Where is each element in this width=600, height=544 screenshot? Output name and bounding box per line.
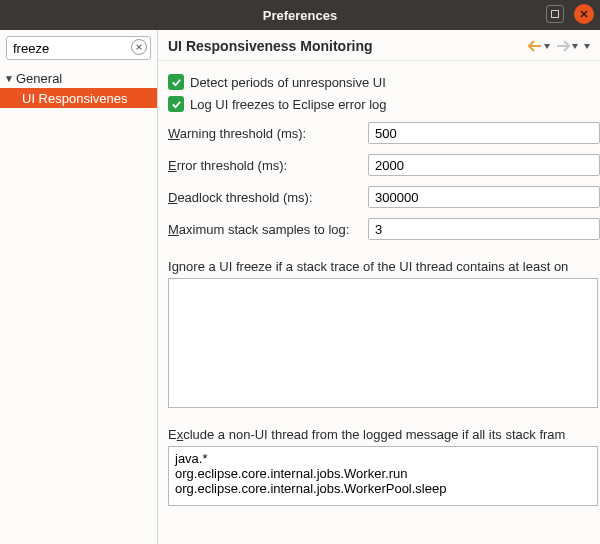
tree-item-label: General <box>16 71 62 86</box>
preferences-tree: ▼ General UI Responsivenes <box>0 66 157 108</box>
dropdown-icon <box>572 44 578 49</box>
detect-checkbox[interactable] <box>168 74 184 90</box>
dropdown-icon <box>544 44 550 49</box>
log-checkbox[interactable] <box>168 96 184 112</box>
window-titlebar: Preferences <box>0 0 600 30</box>
forward-arrow-icon <box>556 40 570 52</box>
sidebar: ▼ General UI Responsivenes <box>0 30 158 544</box>
history-nav <box>528 40 590 52</box>
warning-threshold-input[interactable] <box>368 122 600 144</box>
maximize-icon <box>551 10 559 18</box>
warning-threshold-label: Warning threshold (ms): <box>168 126 368 141</box>
filter-input[interactable] <box>6 36 151 60</box>
window-title: Preferences <box>263 8 337 23</box>
expand-icon: ▼ <box>4 73 16 84</box>
page-title: UI Responsiveness Monitoring <box>168 38 373 54</box>
error-threshold-input[interactable] <box>368 154 600 176</box>
dropdown-icon <box>584 44 590 49</box>
deadlock-threshold-label: Deadlock threshold (ms): <box>168 190 368 205</box>
maximize-button[interactable] <box>546 5 564 23</box>
check-icon <box>171 99 182 110</box>
tree-item-ui-responsiveness[interactable]: UI Responsivenes <box>0 88 157 108</box>
close-button[interactable] <box>574 4 594 24</box>
tree-item-label: UI Responsivenes <box>22 91 128 106</box>
close-icon <box>579 9 589 19</box>
exclude-label: Exclude a non-UI thread from the logged … <box>168 427 600 442</box>
view-menu-button[interactable] <box>584 44 590 49</box>
back-button[interactable] <box>528 40 550 52</box>
clear-icon <box>135 43 143 51</box>
error-threshold-label: Error threshold (ms): <box>168 158 368 173</box>
log-label: Log UI freezes to Eclipse error log <box>190 97 387 112</box>
detect-label: Detect periods of unresponsive UI <box>190 75 386 90</box>
deadlock-threshold-input[interactable] <box>368 186 600 208</box>
exclude-textarea[interactable] <box>168 446 598 506</box>
check-icon <box>171 77 182 88</box>
back-arrow-icon <box>528 40 542 52</box>
ignore-textarea[interactable] <box>168 278 598 408</box>
tree-item-general[interactable]: ▼ General <box>0 68 157 88</box>
main-panel: UI Responsiveness Monitoring <box>158 30 600 544</box>
max-samples-input[interactable] <box>368 218 600 240</box>
ignore-label: Iggnore a UI freeze if a stack trace of … <box>168 259 600 274</box>
forward-button[interactable] <box>556 40 578 52</box>
clear-filter-button[interactable] <box>131 39 147 55</box>
max-samples-label: Maximum stack samples to log: <box>168 222 368 237</box>
